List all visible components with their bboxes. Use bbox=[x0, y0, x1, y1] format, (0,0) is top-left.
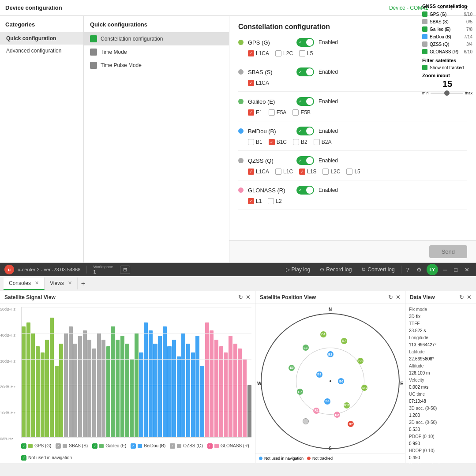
qzss-header: QZSS (Q) ✓ Enabled bbox=[238, 156, 467, 165]
legend-sbas-label: SBAS (S) bbox=[69, 443, 88, 448]
legend-qzss-check[interactable]: ✓ bbox=[170, 443, 175, 449]
qzss-l1c-checkbox[interactable] bbox=[275, 169, 281, 175]
qzss-l5-checkbox[interactable] bbox=[346, 169, 352, 175]
data-field-uc-time: UC time07:10:48 bbox=[409, 391, 472, 405]
record-log-button[interactable]: ⊙ Record log bbox=[316, 265, 355, 274]
galileo-toggle[interactable]: ✓ bbox=[296, 97, 314, 106]
win-max-button[interactable]: □ bbox=[452, 266, 460, 274]
data-close-button[interactable]: ✕ bbox=[467, 294, 472, 300]
data-field-longitude: Longitude113.9964427° bbox=[409, 334, 472, 349]
workspace-action-button[interactable]: ⊞ bbox=[120, 266, 130, 274]
galileo-e5b-checkbox[interactable] bbox=[292, 109, 299, 116]
beidou-b1c-checkbox[interactable]: ✓ bbox=[269, 139, 275, 145]
bar-7 bbox=[55, 366, 59, 437]
gps-l1ca-label: L1CA bbox=[256, 50, 269, 56]
signal-refresh-button[interactable]: ↻ bbox=[238, 294, 243, 300]
data-field-label: Altitude bbox=[409, 364, 424, 368]
position-view-header: Satellite Position View ↻ ✕ bbox=[255, 291, 405, 304]
pos-not-tracked-label: Not tracked bbox=[312, 456, 333, 461]
data-field-value: 0.490 bbox=[409, 455, 420, 460]
position-view-actions: ↻ ✕ bbox=[388, 294, 401, 300]
beidou-b2a-checkbox[interactable] bbox=[314, 139, 320, 145]
help-button[interactable]: ? bbox=[404, 266, 412, 274]
user-avatar[interactable]: LY bbox=[427, 264, 438, 275]
galileo-e1-checkbox[interactable]: ✓ bbox=[248, 109, 254, 116]
galileo-band-e5b: E5B bbox=[292, 109, 311, 116]
legend-gps-check[interactable]: ✓ bbox=[21, 443, 26, 449]
position-refresh-button[interactable]: ↻ bbox=[388, 294, 393, 300]
tab-add-button[interactable]: + bbox=[78, 278, 89, 289]
nav-item-time-pulse[interactable]: Time Pulse Mode bbox=[84, 59, 229, 72]
app-version: u-center 2 - ver -23.03.54868 bbox=[18, 267, 80, 272]
gps-l2c-checkbox[interactable] bbox=[275, 50, 281, 56]
qzss-l5-label: L5 bbox=[354, 169, 360, 175]
constellation-beidou: BeiDou (B) ✓ Enabled B1 ✓ B1C bbox=[238, 127, 467, 151]
sbas-toggle-check: ✓ bbox=[299, 70, 302, 74]
beidou-b1-checkbox[interactable] bbox=[248, 139, 254, 145]
nav-item-time-mode-label: Time Mode bbox=[101, 49, 127, 55]
send-button[interactable]: Send bbox=[429, 245, 467, 258]
win-close-button[interactable]: ✕ bbox=[462, 266, 472, 274]
data-field-label: 3D acc. (0-50) bbox=[409, 406, 437, 411]
beidou-b2-checkbox[interactable] bbox=[293, 139, 299, 145]
qzss-dot bbox=[238, 158, 244, 163]
position-close-button[interactable]: ✕ bbox=[396, 294, 401, 300]
legend-galileo-check[interactable]: ✓ bbox=[92, 443, 97, 449]
qzss-l1ca-checkbox[interactable]: ✓ bbox=[248, 169, 254, 175]
tab-views-close[interactable]: ✕ bbox=[68, 280, 72, 286]
legend-beidou-check[interactable]: ✓ bbox=[131, 443, 136, 449]
sidebar-title: Categories bbox=[0, 21, 83, 32]
nav-item-time-mode[interactable]: Time Mode bbox=[84, 45, 229, 59]
sidebar-item-advanced[interactable]: Advanced configuration bbox=[0, 45, 83, 57]
legend-glonass-check[interactable]: ✓ bbox=[207, 443, 213, 449]
gps-l1ca-checkbox[interactable]: ✓ bbox=[248, 50, 254, 56]
data-field-2d-acc-0-50: 2D acc. (0-50)0.530 bbox=[409, 419, 472, 433]
sidebar-item-quick[interactable]: Quick configuration bbox=[0, 32, 83, 45]
glonass-toggle[interactable]: ✓ bbox=[296, 186, 314, 195]
galileo-e1-label: E1 bbox=[256, 109, 262, 116]
legend-sbas: ✓ SBAS (S) bbox=[56, 443, 88, 449]
chart-legend: ✓ GPS (G) ✓ SBAS (S) ✓ Galileo (E) bbox=[21, 440, 251, 463]
qzss-l1ca-label: L1CA bbox=[256, 169, 269, 175]
tab-views[interactable]: Views ✕ bbox=[45, 277, 78, 290]
legend-gps-dot bbox=[28, 444, 33, 448]
sbas-l1ca-checkbox[interactable]: ✓ bbox=[248, 80, 254, 86]
beidou-toggle[interactable]: ✓ bbox=[296, 127, 314, 135]
qzss-toggle[interactable]: ✓ bbox=[296, 156, 314, 165]
glonass-l2-checkbox[interactable] bbox=[268, 198, 274, 204]
sat-bei-1: B2 bbox=[327, 351, 334, 357]
data-refresh-button[interactable]: ↻ bbox=[459, 294, 464, 300]
sat-bei-3: B6 bbox=[338, 378, 344, 384]
legend-sbas-dot bbox=[63, 444, 67, 448]
galileo-e5a-checkbox[interactable] bbox=[269, 109, 275, 116]
bar-28 bbox=[153, 344, 157, 437]
qzss-l1s-checkbox[interactable]: ✓ bbox=[299, 169, 305, 175]
settings-button[interactable]: ⚙ bbox=[414, 266, 424, 274]
gps-toggle[interactable]: ✓ bbox=[296, 38, 314, 47]
galileo-band-e5a: E5A bbox=[269, 109, 287, 116]
bar-12 bbox=[78, 336, 82, 437]
header-sep2 bbox=[401, 266, 401, 274]
bar-14 bbox=[87, 340, 91, 437]
legend-not-used-check[interactable]: ✓ bbox=[21, 455, 26, 461]
record-icon: ⊙ bbox=[320, 266, 324, 273]
convert-log-button[interactable]: ↻ Convert log bbox=[358, 265, 398, 274]
gps-l5-checkbox[interactable] bbox=[299, 50, 305, 56]
signal-close-button[interactable]: ✕ bbox=[246, 294, 251, 300]
sat-gps-5: G19 bbox=[344, 402, 350, 409]
sat-bei-4: B9 bbox=[324, 398, 330, 405]
glonass-l1-checkbox[interactable]: ✓ bbox=[248, 198, 254, 204]
pos-not-tracked-dot bbox=[307, 457, 311, 460]
play-log-button[interactable]: ▷ Play log bbox=[282, 265, 314, 274]
beidou-dot bbox=[238, 128, 244, 134]
tab-consoles[interactable]: Consoles ✕ bbox=[4, 277, 45, 290]
bar-0 bbox=[22, 326, 26, 437]
tab-consoles-close[interactable]: ✕ bbox=[35, 280, 39, 286]
legend-sbas-check[interactable]: ✓ bbox=[56, 443, 61, 449]
data-field-label: TTFF bbox=[409, 321, 420, 326]
qzss-l2c-checkbox[interactable] bbox=[322, 169, 329, 175]
win-min-button[interactable]: ─ bbox=[441, 266, 449, 274]
sbas-enabled-label: Enabled bbox=[319, 69, 338, 75]
sbas-toggle[interactable]: ✓ bbox=[296, 67, 314, 76]
nav-item-constellation[interactable]: Constellation configuration bbox=[84, 32, 229, 45]
